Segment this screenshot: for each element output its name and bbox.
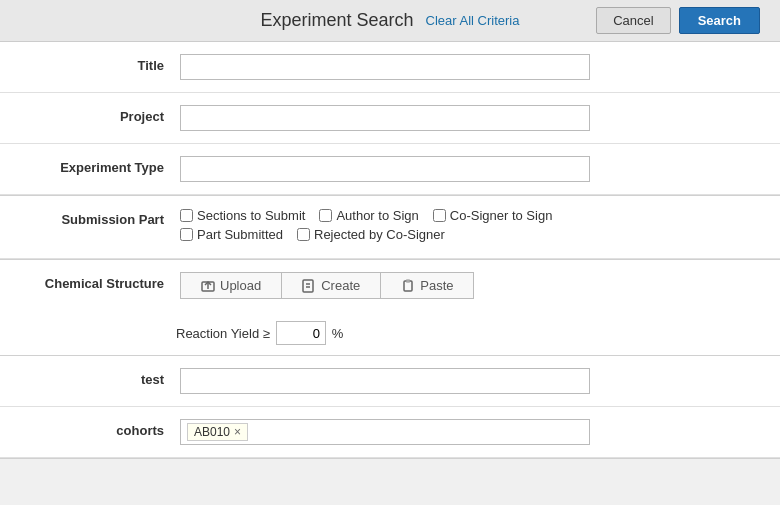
- submission-part-row: Submission Part Sections to Submit Autho…: [0, 196, 780, 259]
- checkbox-part-submitted-input[interactable]: [180, 228, 193, 241]
- divider-4: [0, 458, 780, 459]
- checkbox-row-1: Sections to Submit Author to Sign Co-Sig…: [180, 208, 760, 223]
- search-button[interactable]: Search: [679, 7, 760, 34]
- chem-buttons: Upload Create Paste: [180, 272, 760, 299]
- checkbox-cosigner-label: Co-Signer to Sign: [450, 208, 553, 223]
- chemical-structure-control: Upload Create Paste: [180, 272, 760, 299]
- upload-icon: [201, 279, 215, 293]
- page-title: Experiment Search: [261, 10, 414, 31]
- checkbox-rejected-label: Rejected by Co-Signer: [314, 227, 445, 242]
- checkbox-part-submitted-label: Part Submitted: [197, 227, 283, 242]
- project-control: [180, 105, 760, 131]
- checkbox-sections-input[interactable]: [180, 209, 193, 222]
- test-control: [180, 368, 760, 394]
- reaction-yield-input[interactable]: [276, 321, 326, 345]
- checkbox-part-submitted[interactable]: Part Submitted: [180, 227, 283, 242]
- project-row: Project: [0, 93, 780, 144]
- checkbox-rejected[interactable]: Rejected by Co-Signer: [297, 227, 445, 242]
- checkbox-author-label: Author to Sign: [336, 208, 418, 223]
- title-row: Title: [0, 42, 780, 93]
- cohorts-tag-value: AB010: [194, 425, 230, 439]
- chemical-structure-row: Chemical Structure Upload: [0, 260, 780, 311]
- reaction-yield-unit: %: [332, 326, 344, 341]
- cohorts-tag: AB010 ×: [187, 423, 248, 441]
- cohorts-tag-remove[interactable]: ×: [234, 426, 241, 438]
- create-button[interactable]: Create: [281, 272, 381, 299]
- checkbox-row-2: Part Submitted Rejected by Co-Signer: [180, 227, 760, 242]
- project-input[interactable]: [180, 105, 590, 131]
- experiment-type-input[interactable]: [180, 156, 590, 182]
- checkbox-author-input[interactable]: [319, 209, 332, 222]
- reaction-yield-row: Reaction Yield ≥ %: [0, 311, 780, 355]
- title-control: [180, 54, 760, 80]
- title-label: Title: [20, 54, 180, 73]
- cancel-button[interactable]: Cancel: [596, 7, 670, 34]
- checkbox-sections-label: Sections to Submit: [197, 208, 305, 223]
- checkbox-sections[interactable]: Sections to Submit: [180, 208, 305, 223]
- checkbox-author[interactable]: Author to Sign: [319, 208, 418, 223]
- main-content: Title Project Experiment Type Submission…: [0, 42, 780, 459]
- checkbox-cosigner-input[interactable]: [433, 209, 446, 222]
- svg-rect-2: [303, 280, 313, 292]
- create-icon: [302, 279, 316, 293]
- svg-rect-6: [406, 280, 410, 282]
- cohorts-tag-area[interactable]: AB010 ×: [180, 419, 590, 445]
- submission-part-label: Submission Part: [20, 208, 180, 227]
- checkbox-cosigner[interactable]: Co-Signer to Sign: [433, 208, 553, 223]
- clear-all-link[interactable]: Clear All Criteria: [426, 13, 520, 28]
- cohorts-control: AB010 ×: [180, 419, 760, 445]
- upload-button[interactable]: Upload: [180, 272, 282, 299]
- experiment-type-row: Experiment Type: [0, 144, 780, 195]
- test-row: test: [0, 356, 780, 407]
- submission-part-control: Sections to Submit Author to Sign Co-Sig…: [180, 208, 760, 246]
- title-input[interactable]: [180, 54, 590, 80]
- project-label: Project: [20, 105, 180, 124]
- header: Experiment Search Clear All Criteria Can…: [0, 0, 780, 42]
- test-label: test: [20, 368, 180, 387]
- cohorts-row: cohorts AB010 ×: [0, 407, 780, 458]
- chemical-structure-label: Chemical Structure: [20, 272, 180, 291]
- paste-icon: [401, 279, 415, 293]
- checkbox-rejected-input[interactable]: [297, 228, 310, 241]
- reaction-yield-label: Reaction Yield ≥: [176, 326, 270, 341]
- experiment-type-control: [180, 156, 760, 182]
- header-buttons: Cancel Search: [596, 7, 760, 34]
- cohorts-label: cohorts: [20, 419, 180, 438]
- test-input[interactable]: [180, 368, 590, 394]
- paste-button[interactable]: Paste: [380, 272, 474, 299]
- experiment-type-label: Experiment Type: [20, 156, 180, 175]
